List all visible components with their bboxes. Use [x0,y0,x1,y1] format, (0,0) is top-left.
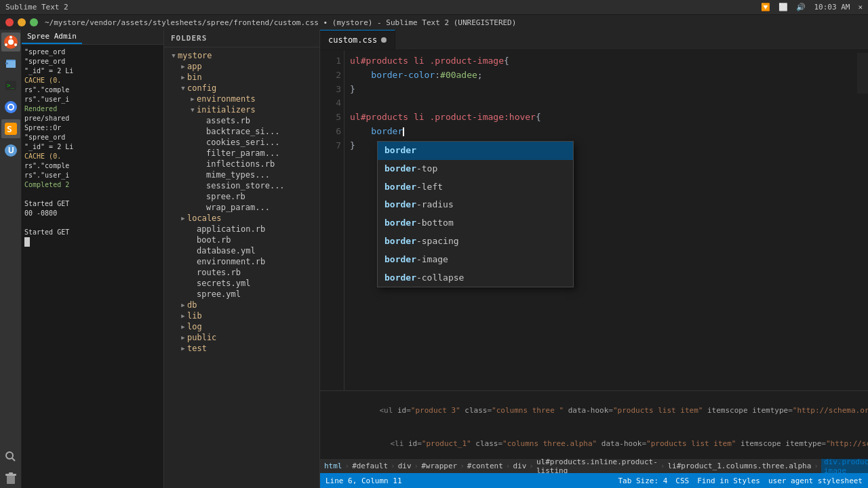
breadcrumb-content[interactable]: #content [467,462,503,470]
svg-point-12 [9,105,13,109]
ac-item-border-left[interactable]: border-left [378,178,573,197]
maximize-window-icon[interactable] [30,18,38,26]
tree-item-locales[interactable]: ▶ locales [164,213,319,224]
tree-item-app[interactable]: ▶ app [164,61,319,72]
tree-item-wrap[interactable]: ▶ wrap_param... [164,202,319,213]
breadcrumb-default[interactable]: #default [352,462,388,470]
taskbar-sublime-icon[interactable]: S [1,119,20,138]
ac-item-text: border-radius [384,199,454,209]
code-line-4 [350,96,852,110]
ac-item-text: border-bottom [384,218,454,228]
tree-item-environments[interactable]: ▶ environments [164,94,319,104]
tree-arrow: ▼ [179,84,187,92]
system-controls: 🔽 ⬜ 🔊 10:03 AM ✕ [761,3,863,12]
tree-item-mystore[interactable]: ▼ mystore [164,50,319,61]
tree-arrow: ▼ [170,52,178,60]
taskbar-ubuntu-icon[interactable] [1,33,20,52]
tree-item-database-yml[interactable]: ▶ database.yml [164,245,319,256]
code-editor[interactable]: 1 2 3 4 5 6 7 ul#products li .product-im… [320,50,868,390]
tree-item-inflections[interactable]: ▶ inflections.rb [164,159,319,169]
taskbar-search-icon[interactable] [1,447,20,466]
minimap-scrollbar[interactable] [857,50,868,390]
taskbar-files-icon[interactable] [1,54,20,73]
tree-item-backtrace[interactable]: ▶ backtrace_si... [164,126,319,137]
maximize-icon[interactable]: ⬜ [778,3,788,12]
taskbar-chrome-icon[interactable] [1,98,20,117]
file-panel-header: FOLDERS [164,30,319,47]
tree-item-session[interactable]: ▶ session_store... [164,180,319,191]
taskbar-terminal-icon[interactable]: >_ [1,76,20,95]
breadcrumb-product-listing[interactable]: ul#products.inline.product-listing [536,458,658,473]
ac-item-border-image[interactable]: border-image [378,251,573,269]
tree-item-config[interactable]: ▼ config [164,83,319,94]
line-num-6: 6 [320,125,341,139]
tree-item-cookies[interactable]: ▶ cookies_seri... [164,137,319,148]
tree-label-initializers: initializers [197,105,256,115]
editor-tab-custom-css[interactable]: custom.css [320,30,395,49]
taskbar-trash-icon[interactable] [1,469,20,488]
code-line-6: border [350,125,852,139]
breadcrumb-html[interactable]: html [324,462,342,470]
breadcrumb-wrapper[interactable]: #wrapper [421,462,457,470]
breadcrumb-bar: html › #default › div › #wrapper › #cont… [320,458,868,473]
tree-label-wrap: wrap_param... [206,203,270,212]
find-in-styles[interactable]: Find in Styles [697,476,760,485]
tree-label-locales: locales [187,214,222,223]
line-num-2: 2 [320,68,341,83]
tree-label-filter: filter_param... [206,148,279,158]
tree-item-filter[interactable]: ▶ filter_param... [164,148,319,159]
breadcrumb-product1[interactable]: li#product_1.columns.three.alpha [667,462,811,470]
tree-item-public[interactable]: ▶ public [164,332,319,343]
autocomplete-dropdown[interactable]: border border-top border-left border-rad… [377,141,574,287]
tree-item-db[interactable]: ▶ db [164,300,319,310]
tree-item-bin[interactable]: ▶ bin [164,72,319,83]
ac-item-border-top[interactable]: border-top [378,160,573,178]
tree-item-mime[interactable]: ▶ mime_types... [164,169,319,180]
ac-item-border-bottom[interactable]: border-bottom [378,214,573,232]
minimize-window-icon[interactable] [18,18,26,26]
minimize-icon[interactable]: 🔽 [761,3,770,12]
file-tree[interactable]: ▼ mystore ▶ app ▶ bin ▼ config ▶ envir [164,47,319,488]
taskbar-update-icon[interactable]: U [1,141,20,160]
taskbar: >_ S U [0,30,22,488]
tree-item-lib[interactable]: ▶ lib [164,310,319,321]
tree-item-environment-rb[interactable]: ▶ environment.rb [164,256,319,267]
ac-item-border[interactable]: border [378,142,573,160]
tree-item-routes-rb[interactable]: ▶ routes.rb [164,267,319,278]
tree-item-test[interactable]: ▶ test [164,343,319,354]
tree-item-application-rb[interactable]: ▶ application.rb [164,224,319,235]
tree-item-boot-rb[interactable]: ▶ boot.rb [164,235,319,245]
tree-label-backtrace: backtrace_si... [206,127,279,136]
tree-item-initializers[interactable]: ▼ initializers [164,104,319,115]
breadcrumb-sep: › [814,462,818,470]
html-preview-line: <ul id="product 3" class="columns three … [326,394,863,428]
line-num-5: 5 [320,110,341,125]
tree-item-assets-rb[interactable]: ▶ assets.rb [164,115,319,126]
tree-label-database-yml: database.yml [197,246,256,256]
ac-item-border-radius[interactable]: border-radius [378,196,573,214]
language-mode[interactable]: CSS [675,476,689,485]
console-line: pree/shared [24,114,161,123]
minimap [857,53,868,94]
svg-text:U: U [8,146,14,155]
console-line: "_id" = 2 Li [24,142,161,152]
tree-label-environments: environments [197,94,256,104]
close-icon[interactable]: ✕ [858,3,863,12]
breadcrumb-div2[interactable]: div [513,462,526,470]
file-panel: FOLDERS ▼ mystore ▶ app ▶ bin ▼ config [164,30,320,488]
tree-label-db: db [187,300,197,310]
close-window-icon[interactable] [5,18,14,26]
breadcrumb-product-image[interactable]: div.product-image [821,458,868,473]
tab-size[interactable]: Tab Size: 4 [618,476,667,485]
tree-item-spree-yml[interactable]: ▶ spree.yml [164,289,319,300]
tree-item-secrets-yml[interactable]: ▶ secrets.yml [164,278,319,289]
tree-item-log[interactable]: ▶ log [164,321,319,332]
breadcrumb-div[interactable]: div [398,462,412,470]
console-line-started: Started GET [24,199,161,209]
console-tab-spree[interactable]: Spree Admin [22,30,82,44]
code-content[interactable]: ul#products li .product-image{ border-co… [344,50,857,390]
ac-item-border-collapse[interactable]: border-collapse [378,269,573,287]
main-area: >_ S U Spree Admin "spree_ord "spree_ord [0,30,868,488]
tree-item-spree-rb[interactable]: ▶ spree.rb [164,191,319,202]
ac-item-border-spacing[interactable]: border-spacing [378,232,573,251]
